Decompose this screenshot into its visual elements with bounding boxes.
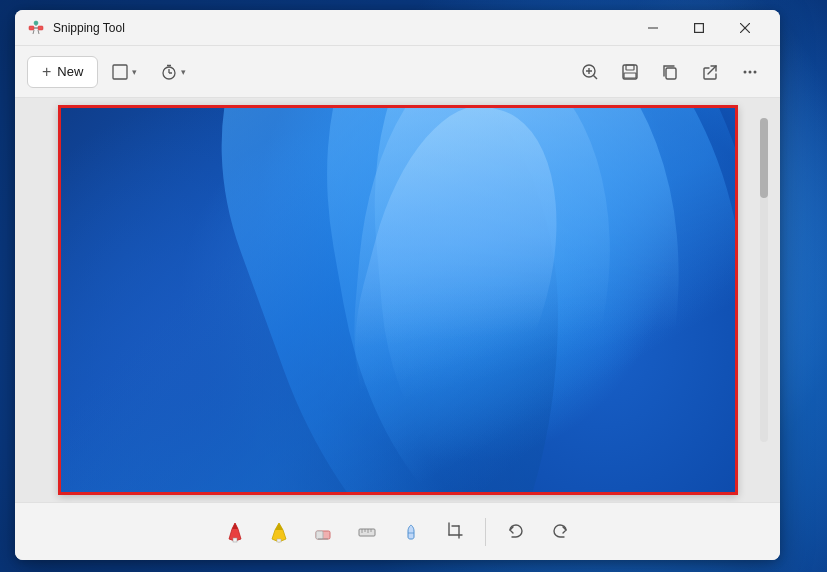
svg-point-27 <box>754 70 757 73</box>
svg-line-24 <box>708 66 716 74</box>
new-button[interactable]: + New <box>27 56 98 88</box>
svg-point-3 <box>34 21 38 25</box>
svg-line-6 <box>38 30 39 34</box>
toolbar-separator <box>485 518 486 546</box>
captured-image <box>58 105 738 495</box>
new-label: New <box>57 64 83 79</box>
svg-point-26 <box>749 70 752 73</box>
content-area <box>15 98 780 502</box>
title-bar-controls <box>630 12 768 44</box>
toolbar-left: + New ▾ ▾ <box>27 56 568 88</box>
svg-line-19 <box>594 75 598 79</box>
title-bar-left: Snipping Tool <box>27 19 630 37</box>
svg-rect-8 <box>695 23 704 32</box>
snip-mode-chevron: ▾ <box>132 67 137 77</box>
undo-button[interactable] <box>496 512 536 552</box>
touch-writing-button[interactable] <box>391 512 431 552</box>
svg-rect-30 <box>233 538 237 542</box>
svg-rect-37 <box>359 529 375 536</box>
svg-marker-29 <box>232 523 238 529</box>
svg-rect-23 <box>666 68 676 79</box>
plus-icon: + <box>42 63 51 81</box>
svg-rect-0 <box>29 26 34 30</box>
ballpoint-pen-button[interactable] <box>215 512 255 552</box>
highlighter-button[interactable] <box>259 512 299 552</box>
timer-button[interactable]: ▾ <box>151 58 196 86</box>
svg-rect-21 <box>626 65 634 70</box>
toolbar-right <box>572 54 768 90</box>
svg-rect-11 <box>113 65 127 79</box>
svg-rect-1 <box>38 26 43 30</box>
more-options-button[interactable] <box>732 54 768 90</box>
app-title: Snipping Tool <box>53 21 125 35</box>
svg-rect-20 <box>623 65 637 79</box>
crop-button[interactable] <box>435 512 475 552</box>
redo-button[interactable] <box>540 512 580 552</box>
bottom-toolbar <box>15 502 780 560</box>
maximize-button[interactable] <box>676 12 722 44</box>
minimize-button[interactable] <box>630 12 676 44</box>
copy-button[interactable] <box>652 54 688 90</box>
scrollbar-track[interactable] <box>760 118 768 442</box>
app-icon <box>27 19 45 37</box>
svg-rect-22 <box>624 73 636 78</box>
close-button[interactable] <box>722 12 768 44</box>
title-bar: Snipping Tool <box>15 10 780 46</box>
svg-rect-33 <box>277 539 281 542</box>
eraser-button[interactable] <box>303 512 343 552</box>
save-button[interactable] <box>612 54 648 90</box>
snip-mode-button[interactable]: ▾ <box>102 58 147 86</box>
svg-marker-32 <box>275 523 283 530</box>
timer-chevron: ▾ <box>181 67 186 77</box>
share-button[interactable] <box>692 54 728 90</box>
svg-rect-35 <box>316 531 323 539</box>
ruler-button[interactable] <box>347 512 387 552</box>
svg-point-25 <box>744 70 747 73</box>
screenshot-canvas <box>58 105 738 495</box>
toolbar: + New ▾ ▾ <box>15 46 780 98</box>
svg-line-5 <box>33 30 34 34</box>
zoom-in-button[interactable] <box>572 54 608 90</box>
snipping-tool-window: Snipping Tool + New <box>15 10 780 560</box>
scrollbar-thumb[interactable] <box>760 118 768 198</box>
